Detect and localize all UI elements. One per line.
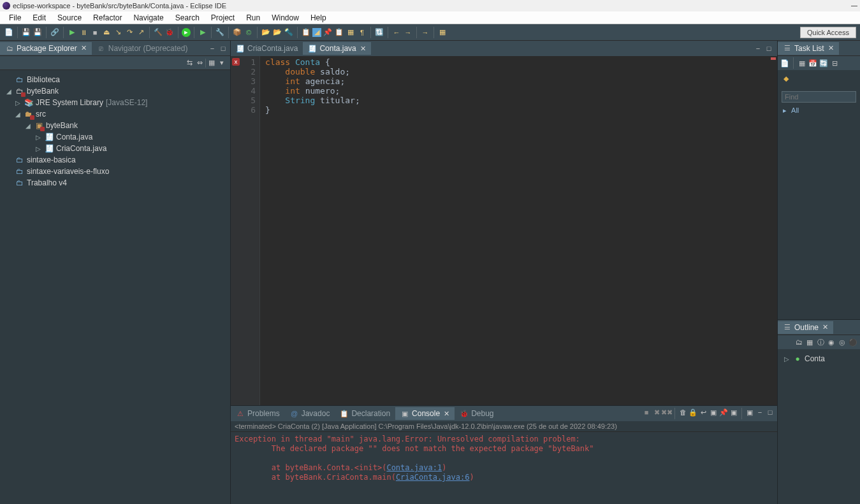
nav-forward-icon[interactable]: → — [420, 27, 430, 38]
minimize-icon[interactable]: − — [208, 44, 217, 53]
layout-icon[interactable]: ▦ — [346, 27, 356, 38]
scroll-lock-icon[interactable]: 🔒 — [689, 408, 697, 417]
hide-fields-icon[interactable]: ▦ — [805, 338, 814, 347]
tab-package-explorer[interactable]: 🗂 Package Explorer ✕ — [0, 42, 92, 55]
run-icon[interactable]: ▸ — [182, 28, 191, 37]
step-over-icon[interactable]: ↷ — [124, 27, 135, 38]
toggle-breadcrumb-icon[interactable]: 🔗 — [50, 27, 60, 38]
annotation-icon[interactable]: 📋 — [301, 27, 311, 38]
editor-tab-criaconta[interactable]: 🧾 CriaConta.java — [231, 42, 303, 55]
debug-resume-icon[interactable]: ▶ — [67, 27, 77, 38]
search-icon[interactable]: 🔦 — [284, 27, 294, 38]
debug-pause-icon[interactable]: ⏸ — [78, 27, 89, 38]
tree-item-biblioteca[interactable]: 🗀Biblioteca — [3, 74, 228, 85]
step-return-icon[interactable]: ↗ — [136, 27, 146, 38]
synchronize-icon[interactable]: 🔄 — [819, 59, 828, 68]
menu-window[interactable]: Window — [266, 13, 304, 23]
tree-item-trabalho[interactable]: 🗀Trabalho v4 — [3, 177, 228, 189]
close-icon[interactable]: ✕ — [822, 323, 828, 331]
tab-debug[interactable]: 🐞Debug — [455, 407, 499, 420]
editor-tab-conta[interactable]: 🧾 Conta.java ✕ — [303, 42, 370, 55]
window-minimize-icon[interactable] — [851, 6, 857, 6]
pin-console-icon[interactable]: 📌 — [719, 408, 728, 417]
outline-item-conta[interactable]: ▷ ● Conta — [780, 353, 857, 364]
tree-item-sintaxe-var[interactable]: 🗀sintaxe-variaveis-e-fluxo — [3, 166, 228, 177]
tree-item-pkg-bytebank[interactable]: ◢▣byteBank — [3, 120, 228, 131]
sort-icon[interactable]: 🗂 — [794, 338, 803, 347]
menu-file[interactable]: File — [4, 13, 26, 23]
collapse-icon[interactable]: ⊟ — [830, 59, 839, 68]
menu-search[interactable]: Search — [170, 13, 205, 23]
hide-static-icon[interactable]: ⓘ — [816, 338, 825, 347]
find-input[interactable] — [785, 93, 817, 101]
hide-nonpublic-icon[interactable]: ◉ — [827, 338, 836, 347]
debug-stop-icon[interactable]: ■ — [90, 27, 100, 38]
open-type-icon[interactable]: 📂 — [261, 27, 271, 38]
perspective-icon[interactable]: ▦ — [437, 27, 448, 38]
open-task-icon[interactable]: 📂 — [272, 27, 282, 38]
close-icon[interactable]: ✕ — [828, 44, 834, 52]
debug-icon[interactable]: 🐞 — [164, 27, 175, 38]
link-editor-icon[interactable]: ⇔ — [195, 59, 204, 68]
tab-navigator[interactable]: ⎚ Navigator (Deprecated) — [92, 42, 193, 55]
tree-item-criaconta[interactable]: ▷🧾CriaConta.java — [3, 143, 228, 154]
task-working-set-icon[interactable]: ◆ — [782, 75, 791, 83]
code-editor[interactable]: x 1 2 3 4 5 6 class Conta { double saldo… — [231, 56, 777, 405]
new-class-icon[interactable]: © — [244, 27, 254, 38]
external-tools-icon[interactable]: 🔧 — [215, 27, 225, 38]
minimize-icon[interactable]: − — [754, 44, 762, 53]
tree-item-conta[interactable]: ▷🧾Conta.java — [3, 131, 228, 143]
word-wrap-icon[interactable]: ↩ — [699, 408, 708, 417]
task-icon[interactable]: 📋 — [334, 27, 344, 38]
save-icon[interactable]: 💾 — [21, 27, 31, 38]
tree-item-bytebank[interactable]: ◢🗀byteBank — [3, 85, 228, 97]
new-task-icon[interactable]: 📄 — [780, 59, 789, 68]
find-task-box[interactable] — [782, 91, 856, 103]
menu-edit[interactable]: Edit — [27, 13, 51, 23]
forward-icon[interactable]: → — [403, 27, 413, 38]
pin-icon[interactable]: 📌 — [323, 27, 333, 38]
clear-console-icon[interactable]: 🗑 — [678, 408, 687, 417]
tab-console[interactable]: ▣Console✕ — [395, 407, 455, 420]
focus-task-icon[interactable]: ▦ — [207, 59, 216, 68]
show-console-icon[interactable]: ▣ — [709, 408, 718, 417]
code-content[interactable]: class Conta { double saldo; int agencia;… — [260, 56, 771, 405]
minimize-icon[interactable]: − — [755, 408, 764, 417]
terminate-icon[interactable]: ■ — [642, 408, 651, 417]
tree-item-src[interactable]: ◢🖿src — [3, 108, 228, 120]
tab-declaration[interactable]: 📋Declaration — [335, 407, 395, 420]
new-icon[interactable]: 📄 — [4, 27, 14, 38]
focus-icon[interactable]: ⚫ — [849, 338, 857, 347]
error-marker-icon[interactable]: x — [232, 58, 240, 66]
stacktrace-link-criaconta[interactable]: CriaConta.java:6 — [396, 473, 470, 482]
menu-help[interactable]: Help — [305, 13, 332, 23]
menu-run[interactable]: Run — [241, 13, 265, 23]
maximize-icon[interactable]: □ — [219, 44, 228, 53]
save-all-icon[interactable]: 💾 — [33, 27, 43, 38]
menu-refactor[interactable]: Refactor — [88, 13, 127, 23]
filter-icon[interactable]: ¶ — [357, 27, 367, 38]
tree-item-sintaxe-basica[interactable]: 🗀sintaxe-basica — [3, 154, 228, 166]
build-icon[interactable]: 🔨 — [153, 27, 163, 38]
coverage-icon[interactable]: ▶ — [198, 27, 208, 38]
step-into-icon[interactable]: ↘ — [113, 27, 123, 38]
tab-task-list[interactable]: ☰ Task List ✕ — [778, 42, 839, 55]
tab-outline[interactable]: ☰ Outline ✕ — [778, 321, 833, 334]
debug-disconnect-icon[interactable]: ⏏ — [101, 27, 112, 38]
tree-item-jre[interactable]: ▷📚JRE System Library [JavaSE-12] — [3, 97, 228, 108]
back-icon[interactable]: ← — [391, 27, 402, 38]
toggle-mark-icon[interactable]: ◢ — [312, 28, 321, 37]
remove-all-icon[interactable]: ✖✖ — [662, 408, 671, 417]
close-icon[interactable]: ✕ — [81, 44, 87, 52]
quick-access-button[interactable]: Quick Access — [800, 27, 856, 38]
remove-launch-icon[interactable]: ✖ — [652, 408, 661, 417]
stacktrace-link-conta[interactable]: Conta.java:1 — [386, 463, 442, 472]
view-menu-icon[interactable]: ▾ — [217, 59, 226, 68]
categorize-icon[interactable]: ▦ — [798, 59, 806, 68]
schedule-icon[interactable]: 📅 — [808, 59, 817, 68]
error-overview-icon[interactable] — [771, 57, 776, 60]
close-icon[interactable]: ✕ — [444, 410, 449, 418]
menu-navigate[interactable]: Navigate — [128, 13, 168, 23]
tab-problems[interactable]: ⚠Problems — [231, 407, 285, 420]
tab-javadoc[interactable]: @Javadoc — [285, 407, 335, 420]
